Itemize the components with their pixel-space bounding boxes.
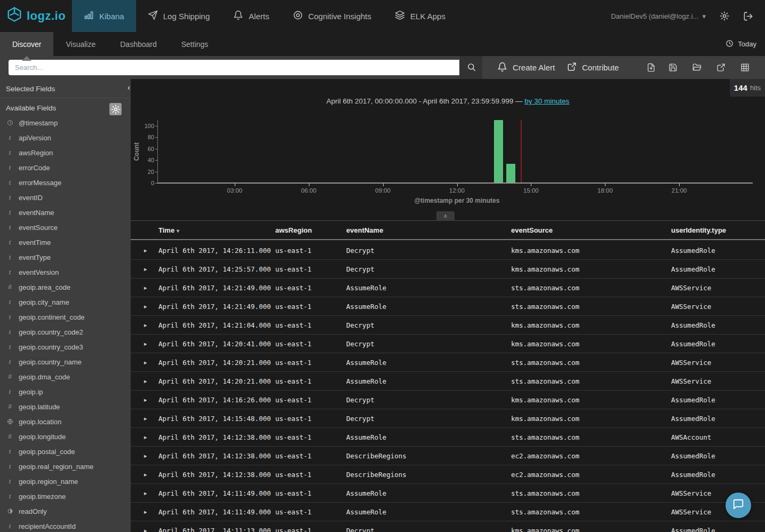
save-icon[interactable] <box>668 56 681 79</box>
field-item[interactable]: tgeoip.timezone <box>0 489 131 504</box>
field-item[interactable]: tapiVersion <box>0 130 131 145</box>
search-input[interactable] <box>9 60 459 75</box>
field-item[interactable]: teventTime <box>0 235 131 250</box>
create-alert-label: Create Alert <box>513 63 555 72</box>
expand-row-icon[interactable]: ▸ <box>131 452 158 459</box>
tab-visualize[interactable]: Visualize <box>53 32 108 56</box>
cell-awsregion: us-east-1 <box>275 396 346 404</box>
contribute-button[interactable]: Contribute <box>567 56 619 79</box>
field-item[interactable]: tgeoip.real_region_name <box>0 459 131 474</box>
nav-item-elk-apps[interactable]: ELK Apps <box>383 0 457 32</box>
cell-useridentity-type: AssumedRole <box>671 265 765 273</box>
expand-row-icon[interactable]: ▸ <box>131 396 158 403</box>
expand-row-icon[interactable]: ▸ <box>131 415 158 422</box>
tab-dashboard[interactable]: Dashboard <box>108 32 169 56</box>
nav-item-log-shipping[interactable]: Log Shipping <box>136 0 222 32</box>
results-table: ▸April 6th 2017, 14:26:11.000us-east-1De… <box>131 241 765 532</box>
interval-link[interactable]: by 30 minutes <box>524 97 569 105</box>
expand-row-icon[interactable]: ▸ <box>131 359 158 366</box>
cell-awsregion: us-east-1 <box>275 377 346 385</box>
cell-useridentity-type: AssumedRole <box>671 340 765 348</box>
expand-row-icon[interactable]: ▸ <box>131 527 158 532</box>
settings-gear-icon[interactable] <box>720 11 729 21</box>
create-alert-button[interactable]: Create Alert <box>497 56 555 79</box>
nav-item-kibana[interactable]: Kibana <box>72 0 136 32</box>
cell-awsregion: us-east-1 <box>275 359 346 367</box>
field-item[interactable]: tgeoip.country_code3 <box>0 339 131 354</box>
field-item[interactable]: trecipientAccountId <box>0 519 131 532</box>
field-item[interactable]: tgeoip.ip <box>0 384 131 399</box>
field-item[interactable]: @timestamp <box>0 115 131 130</box>
column-header-eventname[interactable]: eventName <box>346 226 511 234</box>
field-name: eventName <box>19 209 54 217</box>
column-header-eventsource[interactable]: eventSource <box>511 226 671 234</box>
tab-settings[interactable]: Settings <box>169 32 221 56</box>
field-item[interactable]: #geoip.area_code <box>0 280 131 295</box>
sidebar-collapse-chevron-icon[interactable]: ‹ <box>128 83 130 92</box>
field-item[interactable]: teventID <box>0 190 131 205</box>
search-icon <box>467 62 476 73</box>
expand-row-icon[interactable]: ▸ <box>131 434 158 441</box>
field-item[interactable]: teventSource <box>0 220 131 235</box>
expand-row-icon[interactable]: ▸ <box>131 378 158 385</box>
user-menu[interactable]: DanielDev5 (daniel@logz.i... ▾ <box>611 12 706 20</box>
share-icon[interactable] <box>716 56 729 79</box>
nav-item-cognitive-insights[interactable]: Cognitive Insights <box>281 0 383 32</box>
time-picker-today[interactable]: Today <box>726 32 765 56</box>
cell-eventsource: kms.amazonaws.com <box>511 321 671 329</box>
column-header-awsregion[interactable]: awsRegion <box>275 226 346 234</box>
field-name: geoip.country_code3 <box>19 343 83 351</box>
tab-discover[interactable]: Discover <box>0 32 53 56</box>
field-item[interactable]: #geoip.longitude <box>0 429 131 444</box>
field-item[interactable]: tgeoip.country_name <box>0 354 131 369</box>
chat-widget-button[interactable] <box>726 493 751 518</box>
expand-row-icon[interactable]: ▸ <box>131 509 158 515</box>
field-item[interactable]: #geoip.dma_code <box>0 369 131 384</box>
field-item[interactable]: readOnly <box>0 504 131 519</box>
cell-time: April 6th 2017, 14:11:49.000 <box>158 508 275 516</box>
expand-row-icon[interactable]: ▸ <box>131 340 158 347</box>
x-axis-label: @timestamp per 30 minutes <box>393 197 521 204</box>
field-item[interactable]: tgeoip.continent_code <box>0 309 131 324</box>
app: logz.io KibanaLog ShippingAlertsCognitiv… <box>0 0 765 532</box>
field-item[interactable]: teventName <box>0 205 131 220</box>
column-header-useridentity-type[interactable]: userIdentity.type <box>671 226 765 234</box>
field-item[interactable]: teventVersion <box>0 265 131 280</box>
expand-row-icon[interactable]: ▸ <box>131 471 158 478</box>
histogram-bar[interactable] <box>494 120 503 183</box>
cell-awsregion: us-east-1 <box>275 247 346 255</box>
expand-row-icon[interactable]: ▸ <box>131 322 158 329</box>
cell-awsregion: us-east-1 <box>275 471 346 479</box>
field-item[interactable]: terrorMessage <box>0 175 131 190</box>
expand-row-icon[interactable]: ▸ <box>131 303 158 310</box>
search-toolbar: Create Alert Contribute <box>0 56 765 79</box>
expand-row-icon[interactable]: ▸ <box>131 284 158 291</box>
field-item[interactable]: terrorCode <box>0 160 131 175</box>
field-item[interactable]: tgeoip.city_name <box>0 295 131 309</box>
expand-row-icon[interactable]: ▸ <box>131 266 158 273</box>
field-item[interactable]: tgeoip.postal_code <box>0 444 131 459</box>
field-item[interactable]: tawsRegion <box>0 145 131 160</box>
chart-collapse-button[interactable]: ∧ <box>436 211 455 221</box>
eye-icon <box>293 10 303 22</box>
field-item[interactable]: tgeoip.country_code2 <box>0 324 131 339</box>
results-table-header: Time▾awsRegioneventNameeventSourceuserId… <box>131 221 765 240</box>
column-header-time[interactable]: Time▾ <box>158 226 275 234</box>
field-item[interactable]: teventType <box>0 250 131 265</box>
open-folder-icon[interactable] <box>692 56 705 79</box>
table-row: ▸April 6th 2017, 14:12:38.000us-east-1De… <box>131 465 765 484</box>
expand-row-icon[interactable]: ▸ <box>131 247 158 254</box>
field-settings-gear-icon[interactable] <box>109 103 122 115</box>
field-item[interactable]: #geoip.latitude <box>0 399 131 414</box>
nav-item-alerts[interactable]: Alerts <box>221 0 281 32</box>
new-document-icon[interactable] <box>647 56 659 79</box>
logout-icon[interactable] <box>743 11 753 21</box>
logzio-logo[interactable]: logz.io <box>0 0 72 32</box>
table-icon[interactable] <box>740 56 753 79</box>
search-button[interactable] <box>460 56 482 79</box>
field-item[interactable]: geoip.location <box>0 414 131 429</box>
field-item[interactable]: tgeoip.region_name <box>0 474 131 489</box>
expand-row-icon[interactable]: ▸ <box>131 490 158 497</box>
histogram-bar[interactable] <box>506 164 515 183</box>
available-fields-list: @timestamptapiVersiontawsRegionterrorCod… <box>0 115 131 532</box>
